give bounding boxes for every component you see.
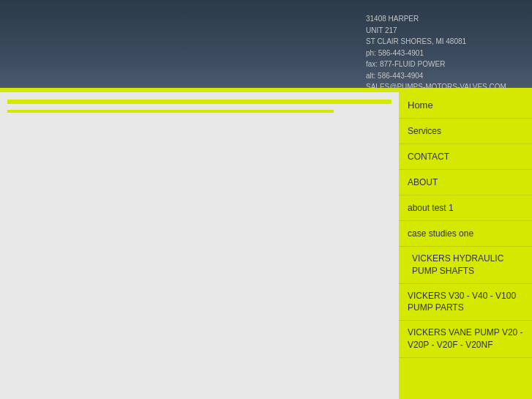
sidebar-item-case-studies-one[interactable]: case studies one [399, 221, 532, 247]
address-line2: UNIT 217 [366, 25, 506, 37]
sidebar-nav: Home Services CONTACT ABOUT about test 1… [399, 92, 532, 399]
contact-info: 31408 HARPER UNIT 217 ST CLAIR SHORES, M… [366, 13, 506, 93]
sidebar-item-contact[interactable]: CONTACT [399, 144, 532, 170]
header: 31408 HARPER UNIT 217 ST CLAIR SHORES, M… [0, 0, 532, 88]
main-area: Home Services CONTACT ABOUT about test 1… [0, 92, 532, 399]
email[interactable]: SALES@PUMPS-MOTORS-VALVES.COM [366, 81, 506, 93]
address-line1: 31408 HARPER [366, 13, 506, 25]
sidebar-item-about[interactable]: ABOUT [399, 170, 532, 195]
sidebar-item-vickers-v30[interactable]: VICKERS V30 - V40 - V100 PUMP PARTS [399, 284, 532, 321]
sidebar-item-vickers-vane[interactable]: VICKERS VANE PUMP V20 - V20P - V20F - V2… [399, 321, 532, 358]
sidebar-item-services[interactable]: Services [399, 119, 532, 144]
fax: fax: 877-FLUID POWER [366, 59, 506, 70]
content-yellow-bar-2 [7, 110, 334, 113]
alt: alt: 586-443-4904 [366, 70, 506, 82]
sidebar-item-vickers-hydraulic[interactable]: VICKERS HYDRAULIC PUMP SHAFTS [399, 247, 532, 284]
sidebar-item-home[interactable]: Home [399, 92, 532, 119]
address-line3: ST CLAIR SHORES, MI 48081 [366, 36, 506, 48]
content-area [0, 92, 399, 399]
content-yellow-bar-1 [7, 100, 391, 104]
phone: ph: 586-443-4901 [366, 48, 506, 59]
sidebar-item-about-test-1[interactable]: about test 1 [399, 195, 532, 221]
